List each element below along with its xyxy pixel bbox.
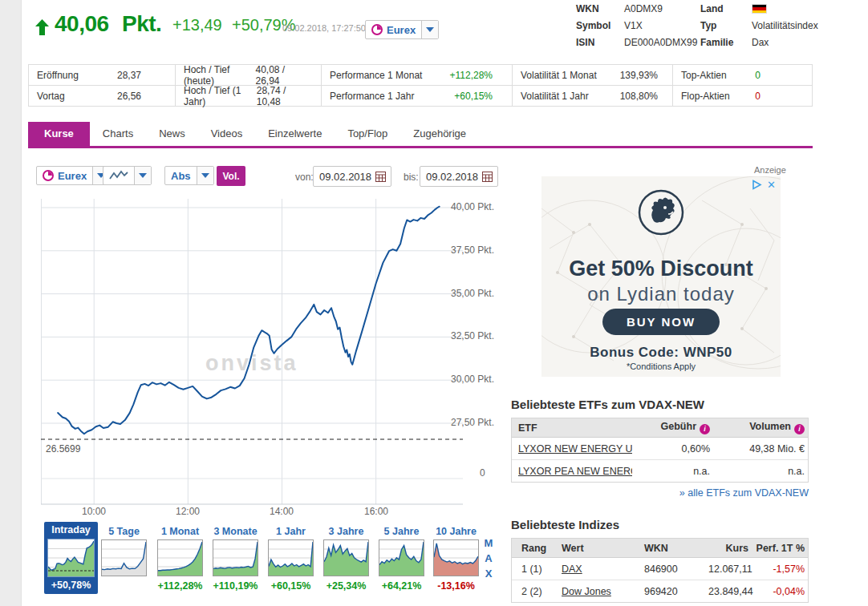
y-axis-tick-label: 32,50 Pkt. xyxy=(451,330,494,341)
exchange-dropdown-button[interactable] xyxy=(421,21,438,38)
timeframe-perf: +110,19% xyxy=(206,580,265,592)
index-link[interactable]: Dow Jones xyxy=(562,586,611,597)
chart-exchange-selector[interactable]: Eurex xyxy=(36,166,110,185)
etf-volume-cell: 49,38 Mio. € xyxy=(710,443,808,454)
meta-label: Land xyxy=(700,3,724,14)
timeframe-3-jahre[interactable] xyxy=(323,539,369,576)
chart-scale-dropdown-button[interactable] xyxy=(197,167,213,184)
meta-value: Volatilitätsindex xyxy=(752,20,818,31)
index-price-cell: 23.849,44 xyxy=(708,586,748,597)
sparkline-chart xyxy=(102,540,146,576)
etf-name-cell: LYXOR NEW ENERGY UCITS ETF... xyxy=(512,443,632,454)
timeframe-5-tage[interactable] xyxy=(101,539,147,576)
calendar-icon[interactable] xyxy=(375,172,386,182)
date-from-input[interactable] xyxy=(319,171,375,183)
sparkline-chart xyxy=(324,540,368,576)
timeframe-max[interactable]: MAX xyxy=(483,535,494,581)
meta-label: Typ xyxy=(700,20,716,31)
date-to-box[interactable] xyxy=(420,166,498,187)
tab-kurse[interactable]: Kurse xyxy=(28,122,90,146)
info-icon[interactable]: i xyxy=(700,424,710,434)
exchange-selector[interactable]: Eurex xyxy=(365,20,439,39)
x-axis-tick-label: 10:00 xyxy=(74,506,114,517)
quote-bar-label: Top-Aktien xyxy=(681,70,727,81)
timeframe-5-tage-label[interactable]: 5 Tage xyxy=(95,526,152,537)
germany-flag-icon xyxy=(752,4,767,14)
timeframe-intraday[interactable]: Intraday+50,78% xyxy=(44,522,98,594)
timeframe-perf: +64,21% xyxy=(372,580,431,592)
chart-scale-selector[interactable]: Abs xyxy=(164,166,214,185)
chart-type-selector[interactable] xyxy=(103,166,152,185)
chevron-down-icon xyxy=(201,173,209,178)
exchange-label: Eurex xyxy=(387,24,416,36)
quote-bar-value: 108,80% xyxy=(620,91,672,102)
index-perf-cell: -0,04% xyxy=(748,586,808,597)
sparkline-chart xyxy=(213,540,258,576)
timeframe-10-jahre[interactable] xyxy=(433,539,479,576)
quote-bar-cell: Performance 1 Monat+112,28% xyxy=(322,65,513,85)
tab-zugeh-rige[interactable]: Zugehörige xyxy=(400,122,479,146)
last-price: 40,06 xyxy=(55,11,109,37)
timeframe-5-jahre[interactable] xyxy=(379,539,424,576)
volume-toggle-button[interactable]: Vol. xyxy=(217,166,245,186)
sparkline-chart xyxy=(48,539,94,576)
timeframe-perf: +25,34% xyxy=(317,580,375,592)
quote-bar-row: Eröffnung28,37Hoch / Tief (heute)40,08 /… xyxy=(29,65,812,86)
timeframe-3-monate-label[interactable]: 3 Monate xyxy=(207,526,264,537)
quote-bar-label: Vortag xyxy=(37,91,65,102)
quote-bar-label: Hoch / Tief (1 Jahr) xyxy=(184,85,257,107)
y-axis-tick-label: 30,00 Pkt. xyxy=(451,374,494,385)
line-chart-icon xyxy=(109,170,128,181)
adchoices-icon[interactable] xyxy=(752,180,762,190)
index-link[interactable]: DAX xyxy=(562,564,582,575)
timeframe-5-jahre-label[interactable]: 5 Jahre xyxy=(373,526,430,537)
quote-bar-cell: Volatilität 1 Jahr108,80% xyxy=(513,86,673,107)
meta-label: ISIN xyxy=(576,37,594,48)
change-absolute: +13,49 xyxy=(172,16,222,34)
left-margin-strip xyxy=(0,0,22,606)
quote-bar-value: 28,74 / 10,48 xyxy=(257,85,321,107)
ad-buy-now-button[interactable]: BUY NOW xyxy=(602,309,720,335)
sparkline-chart xyxy=(269,540,313,576)
timeframe-1-monat[interactable] xyxy=(157,539,203,576)
info-icon[interactable]: i xyxy=(794,424,805,434)
timeframe-3-monate[interactable] xyxy=(213,539,258,576)
timeframe-perf: +112,28% xyxy=(151,580,209,592)
quote-bar-value: 40,08 / 26,94 xyxy=(255,64,321,87)
ad-close-icon[interactable]: ✕ xyxy=(767,180,776,190)
timeframe-chart-box[interactable] xyxy=(47,539,95,577)
timeframe-1-jahr[interactable] xyxy=(268,539,314,576)
chevron-down-icon xyxy=(426,27,434,32)
clock-icon xyxy=(43,170,54,181)
indices-section-title: Beliebteste Indizes xyxy=(511,518,619,531)
indices-table-row: 2 (2)Dow Jones96942023.849,44-0,04% xyxy=(512,580,808,602)
date-to-input[interactable] xyxy=(426,171,482,183)
sparkline-chart xyxy=(379,540,424,576)
timeframe-3-jahre-label[interactable]: 3 Jahre xyxy=(318,526,375,537)
tab-videos[interactable]: Videos xyxy=(198,122,256,146)
timeframe-1-jahr-label[interactable]: 1 Jahr xyxy=(262,526,319,537)
all-etfs-link[interactable]: » alle ETFs zum VDAX-NEW xyxy=(511,487,809,499)
timeframe-10-jahre-label[interactable]: 10 Jahre xyxy=(428,526,485,537)
index-rank-cell: 1 (1) xyxy=(512,564,562,575)
timeframe-label: Intraday xyxy=(44,522,98,535)
quote-bar-value: +112,28% xyxy=(450,70,513,81)
tab-einzelwerte[interactable]: Einzelwerte xyxy=(255,122,335,146)
tab-top-flop[interactable]: Top/Flop xyxy=(335,122,400,146)
date-to-label: bis: xyxy=(404,172,419,183)
chart-type-dropdown-button[interactable] xyxy=(134,167,151,184)
etf-link[interactable]: LYXOR PEA NEW ENERGY UCITS... xyxy=(518,466,632,477)
timeframe-perf: +60,15% xyxy=(262,580,320,592)
calendar-icon[interactable] xyxy=(482,172,493,182)
quote-bar-label: Eröffnung xyxy=(37,70,79,81)
tab-news[interactable]: News xyxy=(146,122,198,146)
index-perf-cell: -1,57% xyxy=(748,564,808,575)
timeframe-1-monat-label[interactable]: 1 Monat xyxy=(152,526,209,537)
etf-name-cell: LYXOR PEA NEW ENERGY UCITS... xyxy=(512,466,632,477)
etf-link[interactable]: LYXOR NEW ENERGY UCITS ETF... xyxy=(518,443,632,454)
ad-banner[interactable]: ✕ Get 50% Discount on Lydian today BUY N… xyxy=(541,176,781,377)
tab-charts[interactable]: Charts xyxy=(90,122,146,146)
meta-value: DE000A0DMX99 xyxy=(624,37,697,48)
date-from-box[interactable] xyxy=(313,166,391,187)
section-tabs: KurseChartsNewsVideosEinzelwerteTop/Flop… xyxy=(28,122,813,148)
